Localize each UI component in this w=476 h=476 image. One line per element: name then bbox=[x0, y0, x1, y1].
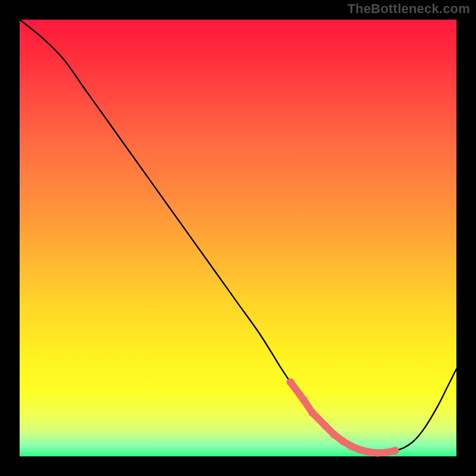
marker-dot bbox=[300, 396, 308, 403]
watermark-text: TheBottleneck.com bbox=[347, 1, 470, 17]
marker-dot bbox=[347, 443, 355, 450]
bottleneck-curve bbox=[20, 20, 456, 453]
curve-layer bbox=[20, 20, 456, 456]
marker-dot bbox=[339, 437, 347, 445]
plot-area bbox=[20, 20, 456, 456]
marker-dot bbox=[330, 431, 338, 439]
marker-dot bbox=[383, 449, 390, 456]
marker-dot bbox=[374, 449, 381, 457]
chart-frame: TheBottleneck.com bbox=[0, 0, 476, 476]
marker-dot bbox=[356, 446, 364, 453]
marker-dot bbox=[308, 409, 316, 416]
marker-dot bbox=[287, 378, 295, 386]
marker-dot bbox=[365, 448, 373, 456]
marker-dot bbox=[392, 447, 399, 455]
marker-group bbox=[287, 378, 399, 457]
marker-dot bbox=[321, 422, 329, 430]
